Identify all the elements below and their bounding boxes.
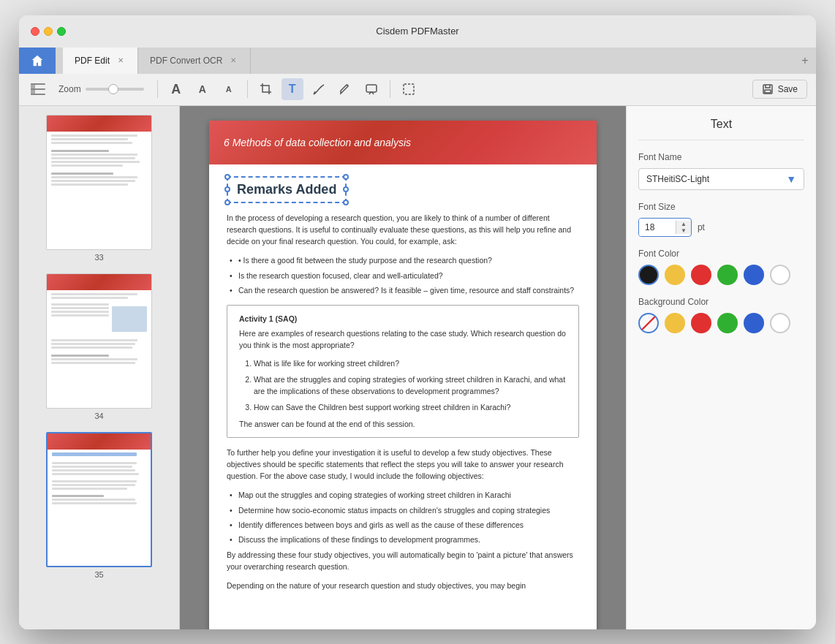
activity-answer: The answer can be found at the end of th…	[239, 420, 567, 428]
zoom-label: Zoom	[58, 84, 81, 94]
thumb-header-34	[47, 274, 151, 290]
panel-title: Text	[638, 118, 804, 140]
sidebar-toggle-button[interactable]	[28, 79, 48, 99]
color-swatch-red[interactable]	[691, 265, 711, 285]
toolbar-separator-2	[247, 80, 248, 98]
font-size-input[interactable]	[639, 219, 676, 236]
pdf-area[interactable]: 6 Methods of data collection and analysi…	[180, 106, 626, 629]
zoom-control: Zoom	[58, 84, 144, 94]
font-name-label: Font Name	[638, 152, 804, 162]
tab-pdf-edit[interactable]: PDF Edit ✕	[63, 48, 138, 74]
right-panel: Text Font Name STHeitiSC-Light ▼ Font Si…	[626, 106, 816, 629]
app-window: Cisdem PDFMaster PDF Edit ✕ PDF Convert …	[19, 15, 816, 629]
maximize-button[interactable]	[57, 27, 66, 36]
main-toolbar: Zoom A A A T	[19, 74, 816, 106]
handle-mr[interactable]	[343, 186, 349, 192]
color-swatch-black[interactable]	[638, 265, 659, 285]
thumb-img-33[interactable]	[46, 115, 152, 250]
activity-item-3: How can Save the Children best support w…	[254, 401, 567, 413]
toolbar-separator-3	[390, 80, 390, 98]
color-swatch-yellow[interactable]	[665, 265, 685, 285]
font-size-increase-button[interactable]: A	[165, 78, 187, 100]
color-swatch-blue[interactable]	[744, 265, 764, 285]
page-thumb-34[interactable]: 34	[25, 273, 173, 420]
activity-item-1: What is life like for working street chi…	[254, 357, 567, 369]
thumb-content-35	[48, 450, 151, 507]
font-size-input-wrap: ▲ ▼	[638, 218, 692, 237]
font-size-decrease-button[interactable]: A	[218, 78, 240, 100]
font-size-down-arrow[interactable]: ▼	[681, 227, 687, 234]
handle-tl[interactable]	[224, 174, 230, 180]
font-name-value: STHeitiSC-Light	[646, 174, 709, 184]
svg-rect-2	[31, 88, 45, 90]
page-thumb-33[interactable]: 33	[25, 115, 173, 262]
font-size-up-arrow[interactable]: ▲	[681, 221, 687, 227]
tab-close-pdf-convert[interactable]: ✕	[228, 56, 238, 66]
remarks-textbox[interactable]: Remarks Added	[227, 176, 347, 203]
thumb-content-34	[47, 290, 151, 367]
thumb-header-35	[48, 433, 151, 450]
font-color-section: Font Color	[638, 249, 804, 285]
text-tool-button[interactable]: T	[282, 78, 303, 100]
pdf-area-wrapper: 6 Methods of data collection and analysi…	[180, 106, 626, 629]
pen-icon	[339, 83, 352, 96]
minimize-button[interactable]	[44, 27, 53, 36]
study-closing: By addressing these four study objective…	[227, 549, 579, 573]
font-size-arrows[interactable]: ▲ ▼	[676, 221, 691, 234]
handle-bl[interactable]	[224, 200, 230, 205]
color-swatch-green[interactable]	[717, 265, 738, 285]
sidebar-toggle-icon	[31, 83, 45, 95]
bg-color-swatches	[638, 313, 804, 333]
handle-ml[interactable]	[224, 186, 230, 192]
save-label: Save	[778, 84, 798, 94]
bg-swatch-none[interactable]	[638, 313, 659, 333]
page-num-34: 34	[94, 412, 103, 420]
draw-tool-button[interactable]	[308, 78, 330, 100]
thumb-header-33	[47, 115, 151, 132]
study-bullet-2: Determine how socio-economic status impa…	[227, 504, 579, 516]
pdf-page-body: Remarks Added In the process of developi…	[209, 164, 597, 611]
save-button[interactable]: Save	[752, 80, 807, 99]
tab-add-button[interactable]: +	[794, 48, 816, 74]
tab-close-pdf-edit[interactable]: ✕	[116, 56, 126, 66]
comment-tool-button[interactable]	[360, 78, 382, 100]
traffic-lights	[31, 27, 66, 36]
page-num-35: 35	[94, 570, 103, 579]
bg-swatch-red[interactable]	[691, 313, 711, 333]
bg-swatch-custom[interactable]	[770, 313, 790, 333]
select-tool-button[interactable]	[398, 78, 420, 100]
pdf-bullet-3: Can the research question be answered? I…	[227, 284, 579, 296]
svg-rect-5	[404, 84, 414, 94]
bg-swatch-blue[interactable]	[744, 313, 764, 333]
pen-tool-button[interactable]	[334, 78, 356, 100]
pdf-paragraph-1: In the process of developing a research …	[227, 212, 579, 248]
font-color-swatches	[638, 265, 804, 285]
activity-item-2: What are the struggles and coping strate…	[254, 374, 567, 398]
comment-icon	[365, 83, 378, 96]
handle-tr[interactable]	[343, 174, 349, 180]
font-name-select[interactable]: STHeitiSC-Light ▼	[638, 168, 804, 190]
thumb-img-35[interactable]	[46, 432, 152, 567]
pdf-page-header: 6 Methods of data collection and analysi…	[209, 121, 597, 164]
color-swatch-custom[interactable]	[770, 265, 790, 285]
font-size-label: Font Size	[638, 202, 804, 212]
tab-pdf-convert-ocr[interactable]: PDF Convert OCR ✕	[138, 48, 251, 74]
toolbar-separator-1	[157, 80, 158, 98]
font-size-tool-button[interactable]: A	[192, 78, 214, 100]
close-button[interactable]	[31, 27, 39, 36]
bg-swatch-green[interactable]	[717, 313, 738, 333]
activity-intro: Here are examples of research questions …	[239, 327, 567, 352]
bg-swatch-yellow[interactable]	[665, 313, 685, 333]
zoom-slider[interactable]	[86, 88, 144, 91]
crop-tool-button[interactable]	[255, 78, 277, 100]
pdf-bullet-1: • Is there a good fit between the study …	[227, 254, 579, 266]
home-button[interactable]	[19, 48, 56, 74]
handle-br[interactable]	[343, 200, 349, 205]
font-size-unit: pt	[698, 222, 705, 232]
svg-rect-7	[765, 90, 771, 93]
pdf-page: 6 Methods of data collection and analysi…	[209, 121, 597, 629]
study-bullet-3: Identify differences between boys and gi…	[227, 519, 579, 531]
thumb-img-34[interactable]	[46, 273, 152, 409]
font-size-section: Font Size ▲ ▼ pt	[638, 202, 804, 237]
page-thumb-35[interactable]: 35	[25, 432, 173, 579]
